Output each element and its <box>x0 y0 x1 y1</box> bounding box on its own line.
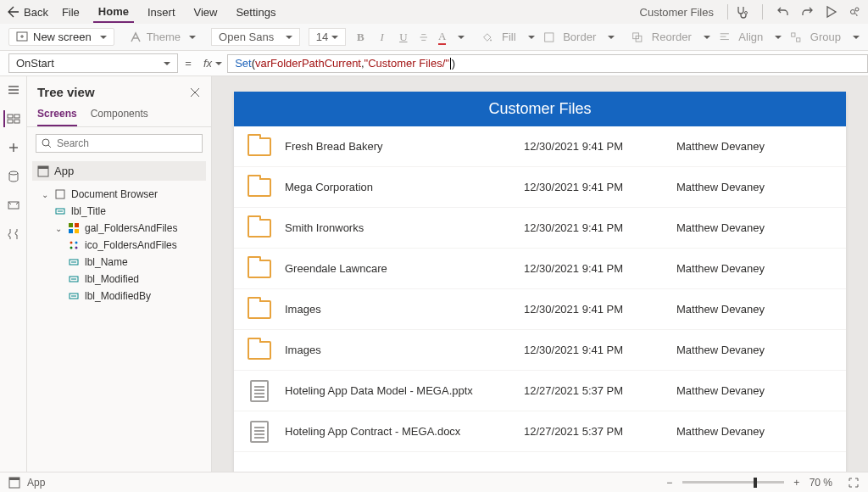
file-name: Hoteling App Data Model - MEGA.pptx <box>285 384 524 397</box>
menu-settings[interactable]: Settings <box>231 3 281 22</box>
bold-button[interactable]: B <box>354 31 367 44</box>
hamburger-icon[interactable] <box>5 81 22 98</box>
zoom-slider[interactable] <box>682 481 784 484</box>
theme-button[interactable]: Theme <box>123 29 203 45</box>
app-status-icon <box>8 477 20 489</box>
zoom-in-button[interactable]: + <box>791 477 803 489</box>
border-icon[interactable] <box>543 31 555 44</box>
back-button[interactable]: Back <box>7 5 48 19</box>
file-modified-by: Matthew Devaney <box>676 262 846 275</box>
svg-point-1 <box>851 10 855 14</box>
property-selector[interactable]: OnStart <box>8 53 178 73</box>
insert-icon[interactable] <box>5 139 22 156</box>
zoom-out-button[interactable]: − <box>664 477 676 489</box>
lbl-title-node[interactable]: lbl_Title <box>31 203 208 220</box>
file-list[interactable]: Fresh Bread Bakery12/30/2021 9:41 PMMatt… <box>234 126 846 472</box>
stethoscope-icon[interactable] <box>735 5 748 19</box>
svg-point-16 <box>42 139 49 146</box>
data-icon[interactable] <box>5 168 22 185</box>
file-modified-by: Matthew Devaney <box>676 303 846 316</box>
back-label: Back <box>24 6 48 19</box>
search-input[interactable] <box>57 137 197 149</box>
file-row[interactable]: Images12/30/2021 9:41 PMMatthew Devaney <box>234 289 846 330</box>
file-row[interactable]: Hoteling App Contract - MEGA.docx12/27/2… <box>234 411 846 452</box>
svg-point-24 <box>75 247 78 249</box>
file-name: Images <box>285 303 524 316</box>
border-label: Border <box>563 31 596 43</box>
icon-node-icon <box>68 239 80 251</box>
svg-point-21 <box>70 242 73 244</box>
new-screen-button[interactable]: New screen <box>8 28 114 46</box>
close-panel-icon[interactable] <box>189 87 201 98</box>
share-icon[interactable] <box>848 5 861 19</box>
file-row[interactable]: Smith Ironworks12/30/2021 9:41 PMMatthew… <box>234 208 846 249</box>
file-row[interactable]: Fresh Bread Bakery12/30/2021 9:41 PMMatt… <box>234 126 846 167</box>
lbl-modified-node[interactable]: lbl_Modified <box>31 271 208 288</box>
formula-input[interactable]: Set(varFolderPathCurrent, "Customer File… <box>227 54 868 73</box>
screen-node[interactable]: ⌄ Document Browser <box>31 186 208 203</box>
menu-home[interactable]: Home <box>93 2 134 23</box>
property-label: OnStart <box>16 57 54 70</box>
svg-rect-5 <box>544 32 553 41</box>
svg-rect-9 <box>797 37 800 41</box>
font-selector[interactable]: Open Sans <box>211 28 300 46</box>
group-icon[interactable] <box>790 31 802 44</box>
folder-icon <box>248 219 271 238</box>
file-modified: 12/30/2021 9:41 PM <box>524 221 676 234</box>
underline-button[interactable]: U <box>397 31 409 44</box>
label-icon <box>68 256 80 268</box>
file-row[interactable]: Hoteling App Data Model - MEGA.pptx12/27… <box>234 371 846 411</box>
undo-icon[interactable] <box>776 5 790 19</box>
file-name: Mega Corporation <box>285 181 524 193</box>
tools-icon[interactable] <box>5 226 22 243</box>
search-icon <box>42 138 52 148</box>
svg-rect-29 <box>9 478 19 480</box>
menu-insert[interactable]: Insert <box>142 3 181 22</box>
label-icon <box>68 273 80 285</box>
align-icon[interactable] <box>719 31 731 44</box>
lbl-name-node[interactable]: lbl_Name <box>31 254 208 271</box>
menu-view[interactable]: View <box>189 3 223 22</box>
strike-icon[interactable] <box>418 31 430 44</box>
app-node[interactable]: App <box>32 161 206 181</box>
play-icon[interactable] <box>824 5 837 19</box>
font-color-button[interactable]: A <box>438 30 446 45</box>
menu-file[interactable]: File <box>57 3 85 22</box>
folder-icon <box>248 300 271 319</box>
reorder-icon[interactable] <box>632 31 643 44</box>
new-screen-icon <box>16 31 28 43</box>
svg-point-2 <box>855 8 859 11</box>
tab-screens[interactable]: Screens <box>37 103 77 126</box>
fit-icon[interactable] <box>848 477 860 489</box>
media-icon[interactable] <box>5 197 22 214</box>
gallery-node[interactable]: ⌄ gal_FoldersAndFiles <box>31 220 208 237</box>
align-label: Align <box>738 31 763 43</box>
ico-node[interactable]: ico_FoldersAndFiles <box>31 237 208 254</box>
file-row[interactable]: Greendale Lawncare12/30/2021 9:41 PMMatt… <box>234 249 846 289</box>
status-app-label: App <box>27 477 45 489</box>
tree-view-icon[interactable] <box>3 110 20 127</box>
italic-button[interactable]: I <box>376 31 388 44</box>
font-size-selector[interactable]: 14 <box>309 28 346 46</box>
fill-icon[interactable] <box>481 31 493 44</box>
tree-search[interactable] <box>36 134 203 153</box>
file-modified-by: Matthew Devaney <box>676 384 846 397</box>
tab-components[interactable]: Components <box>91 103 148 126</box>
file-name: Smith Ironworks <box>285 221 524 234</box>
lbl-modifiedby-node[interactable]: lbl_ModifiedBy <box>31 288 208 305</box>
label-icon <box>68 290 80 302</box>
app-canvas[interactable]: Customer Files Fresh Bread Bakery12/30/2… <box>234 92 846 472</box>
screen-icon <box>54 188 66 200</box>
file-row[interactable]: Mega Corporation12/30/2021 9:41 PMMatthe… <box>234 167 846 208</box>
back-arrow-icon <box>7 5 20 19</box>
folder-icon <box>248 260 271 278</box>
file-name: Images <box>285 344 524 356</box>
left-rail <box>0 76 27 472</box>
document-icon <box>250 421 269 443</box>
folder-icon <box>248 137 271 156</box>
file-modified: 12/30/2021 9:41 PM <box>524 140 676 153</box>
fx-label: fx <box>198 57 227 70</box>
new-screen-label: New screen <box>33 31 92 43</box>
file-row[interactable]: Images12/30/2021 9:41 PMMatthew Devaney <box>234 330 846 371</box>
redo-icon[interactable] <box>800 5 814 19</box>
